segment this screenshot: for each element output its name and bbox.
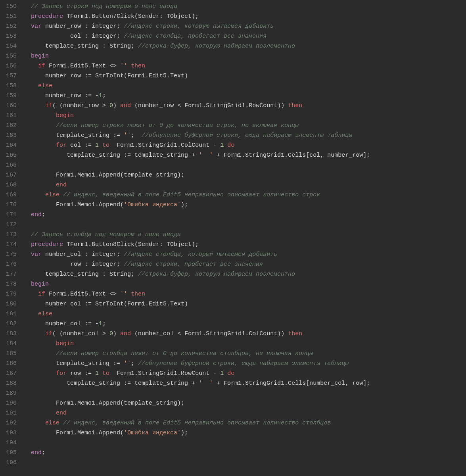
code-line[interactable]: else // индекс, введенный в поле Edit5 н… xyxy=(24,418,466,428)
code-line[interactable]: begin xyxy=(24,111,466,121)
token-kw: var xyxy=(31,251,42,258)
code-line[interactable]: for col := 1 to Form1.StringGrid1.ColCou… xyxy=(24,140,466,150)
code-line[interactable]: template_string := ''; //обнуление буфер… xyxy=(24,359,466,369)
code-line[interactable]: end; xyxy=(24,210,466,220)
token-text xyxy=(24,350,56,357)
code-line[interactable]: begin xyxy=(24,339,466,349)
token-text: ) xyxy=(113,102,120,109)
line-number: 159 xyxy=(2,91,17,101)
code-line[interactable]: //если номер строки лежит от 0 до количе… xyxy=(24,121,466,131)
code-line[interactable] xyxy=(24,220,466,230)
line-number: 170 xyxy=(2,200,17,210)
line-number: 193 xyxy=(2,428,17,438)
code-line[interactable]: row : integer; //индекс строки, пробегае… xyxy=(24,259,466,269)
code-line[interactable]: template_string := template_string + ' '… xyxy=(24,378,466,388)
token-text xyxy=(24,291,38,298)
code-line[interactable]: if( (number_row > 0) and (number_row < F… xyxy=(24,101,466,111)
token-text xyxy=(24,370,56,377)
token-kw-red: then xyxy=(131,63,145,69)
line-number: 171 xyxy=(2,210,17,220)
code-line[interactable]: number_col := StrToInt(Form1.Edit5.Text) xyxy=(24,299,466,309)
token-text xyxy=(24,330,45,337)
line-number: 161 xyxy=(2,111,17,121)
line-number: 156 xyxy=(2,61,17,71)
token-text xyxy=(24,449,31,456)
code-line[interactable]: template_string := ''; //обнуление буфер… xyxy=(24,131,466,140)
token-num: 1 xyxy=(99,321,102,327)
token-kw-red: begin xyxy=(56,112,74,119)
token-text xyxy=(99,370,102,377)
token-text: template_string := xyxy=(24,132,124,139)
code-line[interactable]: number_col := -1; xyxy=(24,319,466,329)
token-text: col : integer; xyxy=(24,33,124,40)
code-line[interactable]: if Form1.Edit5.Text <> '' then xyxy=(24,61,466,71)
token-kw-red: else xyxy=(38,311,52,317)
code-line[interactable]: else xyxy=(24,309,466,319)
code-line[interactable]: end xyxy=(24,180,466,190)
code-line[interactable]: // Запись строки под номером в поле ввод… xyxy=(24,2,466,12)
line-number: 188 xyxy=(2,378,17,388)
code-line[interactable]: template_string : String; //строка-буфер… xyxy=(24,269,466,279)
code-line[interactable]: template_string := template_string + ' '… xyxy=(24,150,466,160)
code-line[interactable]: if( (number_col > 0) and (number_col < F… xyxy=(24,329,466,339)
token-kw-red: else xyxy=(45,420,59,426)
token-text: + Form1.StringGrid1.Cells[col, number_ro… xyxy=(213,152,370,159)
token-text xyxy=(24,142,56,149)
code-line[interactable] xyxy=(24,438,466,448)
code-line[interactable]: Form1.Memo1.Append(template_string); xyxy=(24,398,466,408)
token-str: '' xyxy=(120,291,127,298)
code-line[interactable]: end; xyxy=(24,448,466,458)
code-line[interactable]: var number_row : integer; //индекс строк… xyxy=(24,21,466,31)
line-number: 174 xyxy=(2,240,17,250)
line-number: 150 xyxy=(2,2,17,12)
token-kw-red: if xyxy=(38,63,45,69)
code-line[interactable]: Form1.Memo1.Append('Ошибка индекса'); xyxy=(24,428,466,438)
code-line[interactable]: begin xyxy=(24,51,466,61)
token-text: ; xyxy=(42,211,45,218)
line-number: 180 xyxy=(2,299,17,309)
token-comment: // индекс, введенный в поле Edit5 неправ… xyxy=(63,192,320,198)
token-kw: end xyxy=(31,211,42,218)
code-line[interactable]: number_row := StrToInt(Form1.Edit5.Text) xyxy=(24,71,466,81)
code-line[interactable]: end xyxy=(24,408,466,418)
code-line[interactable]: else // индекс, введенный в поле Edit5 н… xyxy=(24,190,466,200)
token-text: template_string := template_string + xyxy=(24,152,199,159)
code-line[interactable]: else xyxy=(24,81,466,91)
code-line[interactable]: template_string : String; //строка-буфер… xyxy=(24,41,466,51)
line-number: 183 xyxy=(2,329,17,339)
code-editor[interactable]: 1501511521531541551561571581591601611621… xyxy=(0,0,466,469)
code-line[interactable]: Form1.Memo1.Append(template_string); xyxy=(24,170,466,180)
token-text: TForm1.Button8Click(Sender: TObject); xyxy=(63,241,199,248)
token-text: Form1.Memo1.Append(template_string); xyxy=(24,172,184,178)
token-kw-red: then xyxy=(288,330,302,337)
code-line[interactable]: for row := 1 to Form1.StringGrid1.RowCou… xyxy=(24,369,466,378)
token-kw-red: end xyxy=(56,410,67,416)
token-text: Form1.Memo1.Append(template_string); xyxy=(24,400,184,407)
code-line[interactable] xyxy=(24,160,466,170)
code-line[interactable]: col : integer; //индекс столбца, пробега… xyxy=(24,31,466,41)
code-line[interactable]: procedure TForm1.Button7Click(Sender: TO… xyxy=(24,12,466,21)
code-line[interactable]: number_row := -1; xyxy=(24,91,466,101)
code-line[interactable] xyxy=(24,458,466,468)
code-line[interactable]: // Запись столбца под номером в поле вво… xyxy=(24,230,466,240)
token-num: 0 xyxy=(109,330,113,337)
code-line[interactable] xyxy=(24,388,466,398)
token-kw-red: then xyxy=(131,291,145,298)
code-line[interactable]: procedure TForm1.Button8Click(Sender: TO… xyxy=(24,240,466,250)
token-text xyxy=(24,83,38,89)
token-text: ); xyxy=(181,202,188,208)
code-line[interactable]: //если номер столбца лежит от 0 до колич… xyxy=(24,349,466,359)
line-number: 165 xyxy=(2,150,17,160)
token-kw-red: begin xyxy=(56,340,74,347)
token-str: '' xyxy=(124,360,131,367)
code-line[interactable]: if Form1.Edit5.Text <> '' then xyxy=(24,289,466,299)
code-line[interactable]: begin xyxy=(24,279,466,289)
token-text xyxy=(24,192,45,198)
line-number: 179 xyxy=(2,289,17,299)
code-area[interactable]: // Запись строки под номером в поле ввод… xyxy=(21,0,466,469)
token-kw: begin xyxy=(31,281,49,288)
code-line[interactable]: Form1.Memo1.Append('Ошибка индекса'); xyxy=(24,200,466,210)
code-line[interactable]: var number_col : integer; //индекс столб… xyxy=(24,250,466,259)
token-comment: // Запись столбца под номером в поле вво… xyxy=(31,231,181,238)
token-comment: //если номер строки лежит от 0 до количе… xyxy=(56,122,299,129)
